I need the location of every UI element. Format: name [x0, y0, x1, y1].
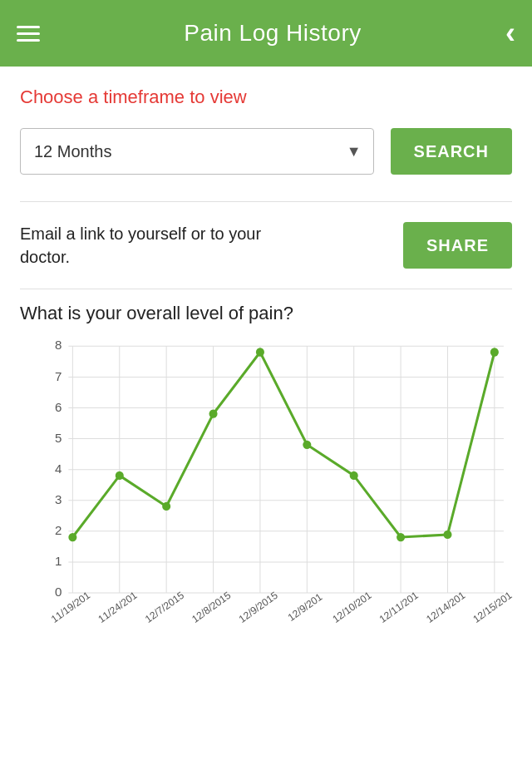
svg-text:12/11/201: 12/11/201: [377, 590, 421, 625]
svg-text:5: 5: [55, 431, 62, 445]
pain-chart: 8 7 6 5 4 3 2 1 0: [27, 338, 512, 620]
back-button[interactable]: ‹: [505, 16, 515, 51]
svg-point-29: [116, 471, 124, 480]
timeframe-row: 12 Months 6 Months 3 Months 1 Month 1 We…: [20, 128, 512, 175]
svg-point-30: [162, 502, 170, 511]
svg-text:8: 8: [55, 338, 62, 352]
svg-point-34: [350, 471, 358, 480]
svg-text:12/15/201: 12/15/201: [471, 590, 515, 625]
svg-point-33: [303, 441, 311, 449]
svg-text:12/7/2015: 12/7/2015: [143, 590, 186, 625]
chart-section: What is your overall level of pain? 8 7: [20, 289, 512, 624]
svg-text:0: 0: [55, 585, 62, 599]
share-section: Email a link to yourself or to your doct…: [20, 202, 512, 289]
svg-text:4: 4: [55, 461, 62, 476]
main-content: Choose a timeframe to view 12 Months 6 M…: [0, 67, 532, 624]
svg-point-28: [68, 533, 76, 541]
share-text: Email a link to yourself or to your doct…: [20, 222, 303, 269]
svg-text:11/24/201: 11/24/201: [96, 590, 140, 625]
page-title: Pain Log History: [184, 20, 361, 47]
timeframe-select[interactable]: 12 Months 6 Months 3 Months 1 Month 1 We…: [21, 129, 373, 174]
svg-point-32: [256, 348, 264, 356]
search-button[interactable]: SEARCH: [391, 128, 512, 175]
app-header: Pain Log History ‹: [0, 0, 532, 67]
chart-container: 8 7 6 5 4 3 2 1 0: [20, 338, 512, 624]
svg-text:12/14/201: 12/14/201: [424, 590, 467, 625]
svg-point-31: [209, 410, 218, 418]
svg-text:6: 6: [55, 399, 62, 413]
menu-button[interactable]: [17, 26, 40, 42]
svg-point-36: [443, 531, 451, 539]
svg-text:12/9/201: 12/9/201: [286, 591, 325, 624]
svg-point-35: [397, 533, 405, 541]
svg-text:2: 2: [55, 523, 62, 537]
svg-text:12/10/201: 12/10/201: [330, 590, 373, 625]
chart-title: What is your overall level of pain?: [20, 303, 512, 324]
share-button[interactable]: SHARE: [403, 222, 512, 269]
svg-text:12/9/2015: 12/9/2015: [237, 590, 280, 625]
svg-point-37: [490, 348, 499, 356]
svg-text:7: 7: [55, 368, 62, 382]
timeframe-select-wrapper[interactable]: 12 Months 6 Months 3 Months 1 Month 1 We…: [20, 128, 374, 175]
svg-text:3: 3: [55, 492, 62, 506]
svg-text:1: 1: [55, 554, 62, 568]
timeframe-label: Choose a timeframe to view: [20, 86, 512, 108]
svg-text:12/8/2015: 12/8/2015: [190, 590, 233, 625]
